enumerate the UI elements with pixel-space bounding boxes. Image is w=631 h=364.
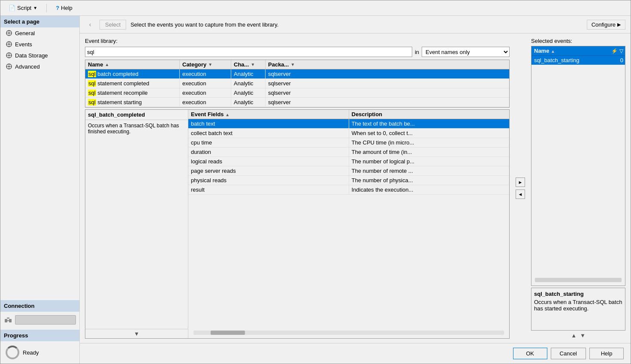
connection-area bbox=[0, 312, 79, 328]
select-button[interactable]: Select bbox=[100, 20, 126, 30]
general-icon bbox=[6, 30, 12, 36]
progress-spinner bbox=[6, 346, 19, 359]
sidebar-item-events[interactable]: Events bbox=[0, 39, 79, 50]
script-dropdown-arrow: ▼ bbox=[33, 6, 37, 10]
connection-title: Connection bbox=[0, 300, 79, 312]
name-highlight: sql bbox=[88, 90, 96, 96]
table-row[interactable]: sql statement starting execution Analyti… bbox=[85, 98, 509, 107]
th-name[interactable]: Name bbox=[85, 60, 180, 69]
arrow-buttons: ► ◄ bbox=[514, 38, 527, 339]
sel-row[interactable]: sql_batch_starting 0 bbox=[531, 56, 625, 65]
sel-icon-filter: ▽ bbox=[619, 48, 623, 54]
fd-field: physical reads bbox=[188, 176, 349, 185]
th-channel[interactable]: Cha... bbox=[231, 60, 266, 69]
content-top-bar: ‹ Select Select the events you want to c… bbox=[80, 16, 631, 33]
configure-button[interactable]: Configure ▶ bbox=[587, 20, 625, 30]
fth-description-label: Description bbox=[352, 111, 383, 117]
main-layout: Select a page General Events Data Storag… bbox=[0, 16, 631, 364]
sidebar-item-label-general: General bbox=[15, 30, 35, 36]
bottom-split: sql_batch_completed Occurs when a Transa… bbox=[85, 109, 510, 339]
sidebar-item-label-advanced: Advanced bbox=[15, 63, 40, 70]
nav-back-arrow[interactable]: ‹ bbox=[85, 19, 95, 30]
th-package[interactable]: Packa... bbox=[266, 60, 304, 69]
sidebar-item-general[interactable]: General bbox=[0, 27, 79, 39]
selected-events-panel: Selected events: Name ▲ ⚡ ▽ bbox=[531, 38, 625, 339]
search-filter-dropdown[interactable]: Event names only All columns Event names… bbox=[422, 47, 510, 57]
svg-point-19 bbox=[8, 66, 10, 67]
sel-scroll-up[interactable]: ▲ bbox=[571, 332, 577, 339]
svg-rect-24 bbox=[5, 319, 7, 322]
table-row[interactable]: sql statement recompile execution Analyt… bbox=[85, 88, 509, 98]
fd-field: collect batch text bbox=[188, 129, 349, 138]
progress-status: Ready bbox=[23, 349, 39, 356]
event-fields-sort-icon bbox=[225, 112, 229, 117]
sidebar-item-advanced[interactable]: Advanced bbox=[0, 61, 79, 72]
sidebar: Select a page General Events Data Storag… bbox=[0, 16, 80, 364]
sidebar-item-label-events: Events bbox=[15, 41, 32, 48]
td-category: execution bbox=[180, 98, 231, 107]
sel-td-num: 0 bbox=[612, 56, 625, 65]
field-row[interactable]: duration The amount of time (in... bbox=[188, 147, 509, 157]
selected-events-title: Selected events: bbox=[531, 38, 625, 44]
field-row[interactable]: logical reads The number of logical p... bbox=[188, 157, 509, 166]
field-row[interactable]: result Indicates the execution... bbox=[188, 185, 509, 195]
search-in-label: in bbox=[415, 49, 419, 55]
sel-table-body: sql_batch_starting 0 bbox=[531, 56, 625, 65]
field-row[interactable]: collect batch text When set to 0, collec… bbox=[188, 129, 509, 138]
field-row[interactable]: physical reads The number of physica... bbox=[188, 176, 509, 185]
progress-area: Ready bbox=[0, 341, 79, 364]
table-row[interactable]: sql batch completed execution Analytic s… bbox=[85, 69, 509, 79]
script-button[interactable]: 📄 Script ▼ bbox=[5, 3, 41, 13]
sidebar-item-data-storage[interactable]: Data Storage bbox=[0, 50, 79, 61]
cancel-button[interactable]: Cancel bbox=[551, 348, 586, 359]
td-package: sqlserver bbox=[266, 69, 304, 78]
fd-description: The number of physica... bbox=[349, 176, 510, 185]
th-name-label: Name bbox=[88, 61, 103, 68]
content-area: ‹ Select Select the events you want to c… bbox=[80, 16, 631, 364]
help-button[interactable]: ? Help bbox=[52, 3, 76, 13]
td-name: sql batch completed bbox=[85, 69, 180, 78]
help-dialog-button[interactable]: Help bbox=[589, 348, 624, 359]
fd-description: The text of the batch be... bbox=[349, 119, 510, 128]
fields-table-body: batch text The text of the batch be... c… bbox=[188, 119, 509, 327]
svg-point-13 bbox=[8, 54, 10, 56]
toolbar: 📄 Script ▼ ? Help bbox=[0, 0, 631, 16]
progress-title: Progress bbox=[0, 330, 79, 341]
selected-events-scrollbar[interactable] bbox=[535, 278, 622, 282]
category-sort-icon bbox=[208, 62, 212, 67]
fth-description[interactable]: Description bbox=[349, 110, 510, 119]
fd-field: result bbox=[188, 185, 349, 194]
field-row[interactable]: batch text The text of the batch be... bbox=[188, 119, 509, 129]
table-row[interactable]: sql statement completed execution Analyt… bbox=[85, 79, 509, 88]
connection-icon bbox=[4, 316, 12, 324]
sel-detail-description: Occurs when a Transact-SQL batch has sta… bbox=[534, 299, 622, 312]
th-category-label: Category bbox=[182, 61, 206, 68]
data-storage-icon bbox=[6, 52, 12, 59]
sel-scroll-down[interactable]: ▼ bbox=[580, 332, 586, 339]
remove-event-button[interactable]: ◄ bbox=[516, 190, 525, 199]
add-event-button[interactable]: ► bbox=[516, 177, 525, 187]
svg-rect-27 bbox=[7, 317, 9, 319]
td-name: sql statement recompile bbox=[85, 88, 180, 97]
th-channel-label: Cha... bbox=[234, 61, 249, 68]
sel-th-name[interactable]: Name ▲ bbox=[531, 46, 610, 55]
field-row[interactable]: page server reads The number of remote .… bbox=[188, 166, 509, 176]
fields-scrollbar[interactable] bbox=[193, 331, 504, 335]
field-row[interactable]: cpu time The CPU time (in micro... bbox=[188, 138, 509, 147]
ok-button[interactable]: OK bbox=[513, 348, 547, 359]
toolbar-divider bbox=[46, 4, 47, 12]
connection-bar bbox=[15, 315, 76, 325]
event-library: Event library: in Event names only All c… bbox=[85, 38, 510, 339]
detail-scroll-down[interactable]: ▼ bbox=[85, 329, 188, 338]
fth-event-fields-label: Event Fields bbox=[191, 111, 224, 117]
th-category[interactable]: Category bbox=[180, 60, 231, 69]
content-description: Select the events you want to capture fr… bbox=[130, 21, 582, 28]
td-category: execution bbox=[180, 79, 231, 88]
fields-scroll-thumb bbox=[211, 331, 245, 335]
channel-sort-icon bbox=[251, 62, 255, 67]
search-input[interactable] bbox=[85, 47, 412, 57]
fth-event-fields[interactable]: Event Fields bbox=[188, 110, 349, 119]
help-label: Help bbox=[61, 5, 72, 11]
event-library-label: Event library: bbox=[85, 38, 510, 44]
fd-description: Indicates the execution... bbox=[349, 185, 510, 194]
